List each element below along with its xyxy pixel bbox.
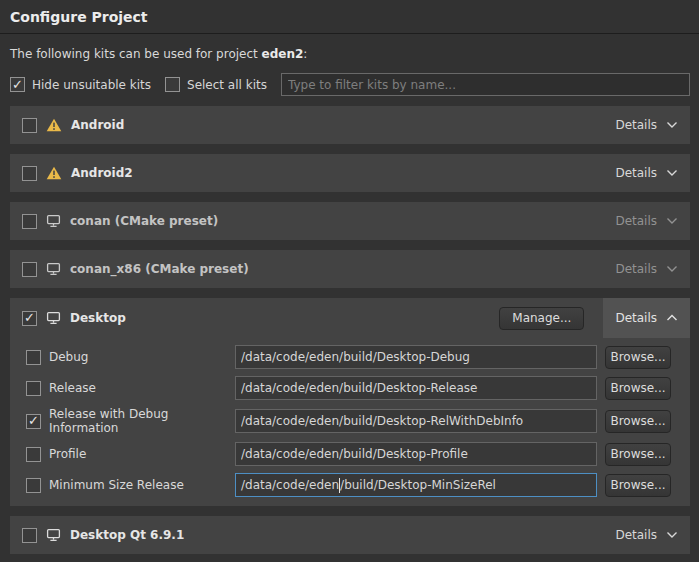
browse-button[interactable]: Browse... (605, 346, 671, 369)
browse-button[interactable]: Browse... (605, 377, 671, 400)
desktop-icon (46, 262, 61, 276)
build-config-label: Release (49, 381, 235, 395)
chevron-up-icon (666, 314, 678, 322)
browse-button[interactable]: Browse... (605, 410, 671, 433)
intro-text: The following kits can be used for proje… (10, 47, 689, 61)
build-config-row-debug: Debug Browse... (10, 345, 690, 369)
kit-checkbox[interactable] (22, 311, 37, 326)
build-dir-input[interactable] (235, 442, 597, 466)
build-config-checkbox[interactable] (26, 350, 41, 365)
build-config-label: Debug (49, 350, 235, 364)
build-dir-input[interactable] (235, 409, 597, 433)
kit-checkbox[interactable] (22, 166, 37, 181)
build-dir-text-after-caret: /build/Desktop-MinSizeRel (340, 478, 496, 492)
select-all-kits-label: Select all kits (187, 78, 267, 92)
kit-checkbox[interactable] (22, 528, 37, 543)
warning-icon (46, 166, 62, 180)
details-label: Details (615, 214, 657, 228)
build-config-checkbox[interactable] (26, 381, 41, 396)
build-config-row-minsizerel: Minimum Size Release /data/code/eden/bui… (10, 473, 690, 497)
desktop-icon (46, 214, 61, 228)
kit-filter-bar: Hide unsuitable kits Select all kits (10, 73, 690, 96)
kit-name: Android2 (71, 166, 133, 180)
kit-row-android: Android Details (10, 106, 690, 144)
select-all-kits-checkbox[interactable] (165, 77, 180, 92)
select-all-kits-checkbox-group[interactable]: Select all kits (165, 77, 267, 92)
kit-details-toggle[interactable]: Details (603, 298, 690, 338)
kit-panel-desktop: Desktop Manage... Details Debug Browse..… (10, 298, 690, 506)
hide-unsuitable-kits-label: Hide unsuitable kits (32, 78, 151, 92)
kit-name: Desktop (70, 311, 126, 325)
build-config-row-release: Release Browse... (10, 376, 690, 400)
kit-details-toggle[interactable]: Details (615, 166, 678, 180)
page-title: Configure Project (10, 9, 689, 25)
kit-filter-input[interactable] (281, 73, 690, 96)
kit-name: conan_x86 (CMake preset) (70, 262, 249, 276)
chevron-down-icon (666, 121, 678, 129)
manage-kits-button[interactable]: Manage... (499, 307, 584, 330)
details-label: Details (615, 166, 657, 180)
build-dir-input[interactable] (235, 345, 597, 369)
build-config-row-profile: Profile Browse... (10, 442, 690, 466)
browse-button[interactable]: Browse... (605, 474, 671, 497)
kit-row-android2: Android2 Details (10, 154, 690, 192)
build-dir-input[interactable]: /data/code/eden/build/Desktop-MinSizeRel (235, 473, 597, 497)
hide-unsuitable-kits-checkbox-group[interactable]: Hide unsuitable kits (10, 77, 151, 92)
kit-details-toggle[interactable]: Details (615, 528, 678, 542)
build-config-row-relwithdebinfo: Release with Debug Information Browse... (10, 407, 690, 435)
build-config-label: Minimum Size Release (49, 478, 235, 492)
build-dir-text-before-caret: /data/code/eden (241, 478, 339, 492)
intro-text-after: : (303, 47, 307, 61)
kit-details-toggle[interactable]: Details (615, 262, 678, 276)
chevron-down-icon (666, 217, 678, 225)
details-label: Details (615, 118, 657, 132)
chevron-down-icon (666, 169, 678, 177)
kit-row-desktop-qt: Desktop Qt 6.9.1 Details (10, 516, 690, 554)
build-dir-input[interactable] (235, 376, 597, 400)
kit-row-conan-x86: conan_x86 (CMake preset) Details (10, 250, 690, 288)
build-config-label: Profile (49, 447, 235, 461)
kit-name: Desktop Qt 6.9.1 (70, 528, 184, 542)
kit-row-conan: conan (CMake preset) Details (10, 202, 690, 240)
details-label: Details (615, 311, 657, 325)
details-label: Details (615, 262, 657, 276)
kit-list: Android Details Android2 Details conan (… (10, 106, 690, 562)
desktop-icon (46, 311, 61, 325)
project-name: eden2 (262, 47, 304, 61)
kit-details-toggle[interactable]: Details (615, 118, 678, 132)
chevron-down-icon (666, 265, 678, 273)
page-header: Configure Project (0, 0, 699, 34)
kit-name: conan (CMake preset) (70, 214, 218, 228)
chevron-down-icon (666, 531, 678, 539)
warning-icon (46, 118, 62, 132)
browse-button[interactable]: Browse... (605, 443, 671, 466)
kit-checkbox[interactable] (22, 214, 37, 229)
kit-row-desktop: Desktop Manage... Details (10, 298, 690, 338)
kit-checkbox[interactable] (22, 262, 37, 277)
build-config-checkbox[interactable] (26, 414, 41, 429)
build-config-checkbox[interactable] (26, 478, 41, 493)
kit-name: Android (71, 118, 124, 132)
build-config-label: Release with Debug Information (49, 407, 235, 435)
kit-details-toggle[interactable]: Details (615, 214, 678, 228)
hide-unsuitable-kits-checkbox[interactable] (10, 77, 25, 92)
kit-checkbox[interactable] (22, 118, 37, 133)
intro-text-before: The following kits can be used for proje… (10, 47, 262, 61)
desktop-icon (46, 528, 61, 542)
details-label: Details (615, 528, 657, 542)
build-config-checkbox[interactable] (26, 447, 41, 462)
